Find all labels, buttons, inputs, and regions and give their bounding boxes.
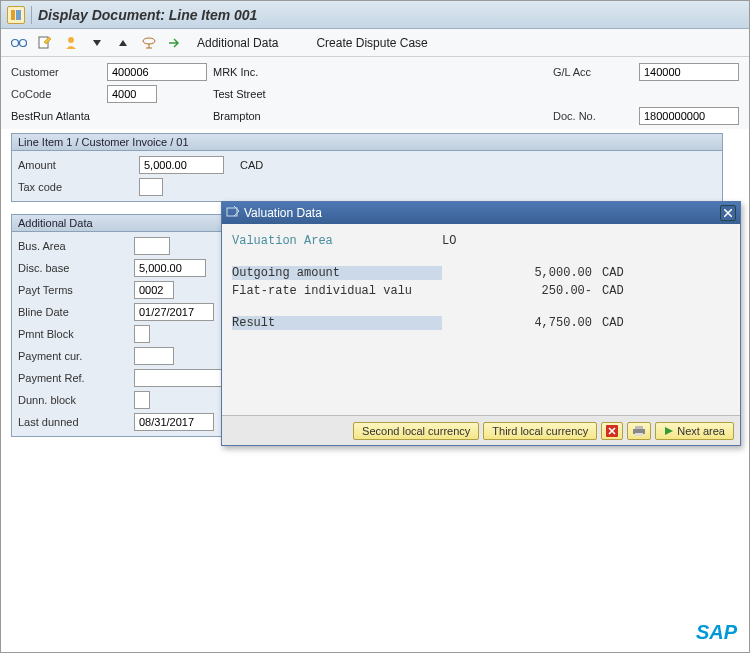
svg-rect-1 <box>16 10 21 20</box>
arrow-down-icon[interactable] <box>87 33 107 53</box>
additional-data-button[interactable]: Additional Data <box>197 36 278 50</box>
bline-date-field[interactable] <box>134 303 214 321</box>
valuation-area-label: Valuation Area <box>232 234 442 248</box>
svg-rect-0 <box>11 10 15 20</box>
dialog-titlebar: Valuation Data <box>222 202 740 224</box>
payment-cur-field[interactable] <box>134 347 174 365</box>
outgoing-amount-label: Outgoing amount <box>232 266 442 280</box>
header-fields: Customer MRK Inc. G/L Acc CoCode Test St… <box>1 57 749 129</box>
cancel-button[interactable] <box>601 422 623 440</box>
svg-point-6 <box>68 37 74 43</box>
cocode-label: CoCode <box>11 88 101 100</box>
next-area-label: Next area <box>677 425 725 437</box>
outgoing-amount-currency: CAD <box>592 266 632 280</box>
flatrate-currency: CAD <box>592 284 632 298</box>
bline-date-label: Bline Date <box>18 306 128 318</box>
document-edit-icon[interactable] <box>35 33 55 53</box>
page-title: Display Document: Line Item 001 <box>38 7 257 23</box>
cocode-field[interactable] <box>107 85 157 103</box>
customer-label: Customer <box>11 66 101 78</box>
payment-cur-label: Payment cur. <box>18 350 128 362</box>
valuation-area-value: LO <box>442 234 456 248</box>
next-area-button[interactable]: Next area <box>655 422 734 440</box>
close-icon <box>724 209 732 217</box>
taxcode-label: Tax code <box>18 181 133 193</box>
payt-terms-label: Payt Terms <box>18 284 128 296</box>
last-dunned-field[interactable] <box>134 413 214 431</box>
third-local-currency-button[interactable]: Third local currency <box>483 422 597 440</box>
flatrate-label: Flat-rate individual valu <box>232 284 442 298</box>
result-currency: CAD <box>592 316 632 330</box>
last-dunned-label: Last dunned <box>18 416 128 428</box>
result-value: 4,750.00 <box>442 316 592 330</box>
glasses-icon[interactable] <box>9 33 29 53</box>
payment-ref-label: Payment Ref. <box>18 372 128 384</box>
green-arrow-icon[interactable] <box>165 33 185 53</box>
disc-base-label: Disc. base <box>18 262 128 274</box>
overview-icon[interactable] <box>139 33 159 53</box>
city: Brampton <box>213 110 413 122</box>
pmnt-block-label: Pmnt Block <box>18 328 128 340</box>
bus-area-label: Bus. Area <box>18 240 128 252</box>
amount-label: Amount <box>18 159 133 171</box>
printer-icon <box>632 425 646 437</box>
svg-point-7 <box>143 38 155 44</box>
svg-point-2 <box>12 39 19 46</box>
sap-logo: SAP <box>696 621 737 644</box>
window-titlebar: Display Document: Line Item 001 <box>1 1 749 29</box>
person-icon[interactable] <box>61 33 81 53</box>
result-label: Result <box>232 316 442 330</box>
customer-name: MRK Inc. <box>213 66 413 78</box>
print-button[interactable] <box>627 422 651 440</box>
flatrate-value: 250.00- <box>442 284 592 298</box>
glacc-label: G/L Acc <box>553 66 633 78</box>
dunn-block-label: Dunn. block <box>18 394 128 406</box>
second-local-currency-button[interactable]: Second local currency <box>353 422 479 440</box>
dialog-body: Valuation Area LO Outgoing amount 5,000.… <box>222 224 740 415</box>
customer-field[interactable] <box>107 63 207 81</box>
svg-rect-17 <box>635 426 643 429</box>
amount-currency: CAD <box>240 159 716 171</box>
docno-label: Doc. No. <box>553 110 633 122</box>
svg-point-3 <box>20 39 27 46</box>
dialog-footer: Second local currency Third local curren… <box>222 415 740 445</box>
arrow-up-icon[interactable] <box>113 33 133 53</box>
dialog-icon <box>226 206 240 221</box>
glacc-field[interactable] <box>639 63 739 81</box>
dunn-block-field[interactable] <box>134 391 150 409</box>
amount-field[interactable] <box>139 156 224 174</box>
company-name: BestRun Atlanta <box>11 110 207 122</box>
disc-base-field[interactable] <box>134 259 206 277</box>
pmnt-block-field[interactable] <box>134 325 150 343</box>
svg-rect-18 <box>635 433 643 436</box>
payt-terms-field[interactable] <box>134 281 174 299</box>
separator <box>31 6 32 24</box>
close-button[interactable] <box>720 205 736 221</box>
outgoing-amount-value: 5,000.00 <box>442 266 592 280</box>
create-dispute-button[interactable]: Create Dispute Case <box>316 36 427 50</box>
valuation-data-dialog: Valuation Data Valuation Area LO Outgoin… <box>221 201 741 446</box>
bus-area-field[interactable] <box>134 237 170 255</box>
taxcode-field[interactable] <box>139 178 163 196</box>
cancel-icon <box>606 425 618 437</box>
play-icon <box>664 426 674 436</box>
addr1: Test Street <box>213 88 413 100</box>
application-toolbar: Additional Data Create Dispute Case <box>1 29 749 57</box>
payment-ref-field[interactable] <box>134 369 224 387</box>
docno-field[interactable] <box>639 107 739 125</box>
line-item-group: Line Item 1 / Customer Invoice / 01 Amou… <box>11 133 723 202</box>
menu-icon[interactable] <box>7 6 25 24</box>
dialog-title: Valuation Data <box>244 206 322 220</box>
line-item-group-title: Line Item 1 / Customer Invoice / 01 <box>12 134 722 151</box>
